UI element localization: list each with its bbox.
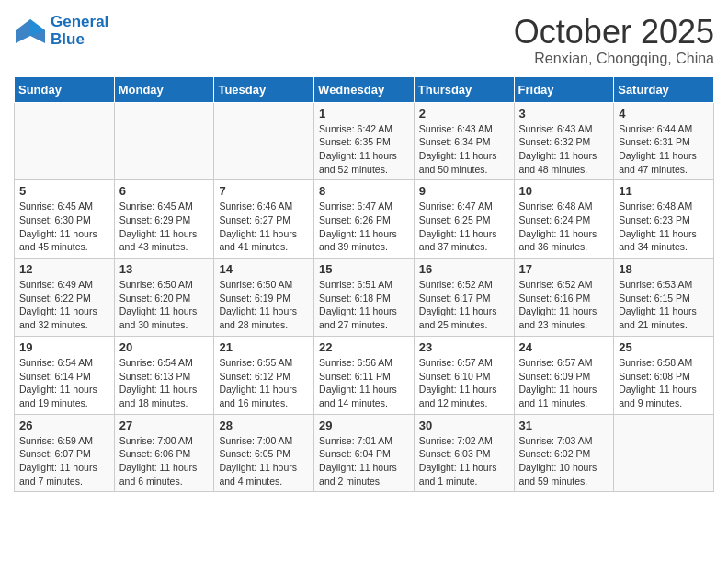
day-content: Sunrise: 6:57 AM Sunset: 6:09 PM Dayligh… (519, 356, 609, 410)
day-number: 19 (19, 340, 109, 354)
day-content: Sunrise: 6:48 AM Sunset: 6:23 PM Dayligh… (619, 200, 709, 254)
logo-icon (14, 17, 47, 45)
weekday-header-friday: Friday (514, 76, 614, 102)
page-header: General Blue October 2025 Renxian, Chong… (14, 14, 714, 67)
day-number: 7 (219, 184, 309, 198)
day-number: 14 (219, 262, 309, 276)
calendar-header-row: SundayMondayTuesdayWednesdayThursdayFrid… (15, 76, 714, 102)
weekday-header-saturday: Saturday (614, 76, 714, 102)
day-content: Sunrise: 6:48 AM Sunset: 6:24 PM Dayligh… (519, 200, 609, 254)
day-content: Sunrise: 7:01 AM Sunset: 6:04 PM Dayligh… (319, 434, 409, 488)
calendar-day-15: 15Sunrise: 6:51 AM Sunset: 6:18 PM Dayli… (314, 259, 415, 337)
day-content: Sunrise: 6:43 AM Sunset: 6:34 PM Dayligh… (419, 122, 509, 177)
day-number: 26 (19, 419, 109, 432)
calendar-day-22: 22Sunrise: 6:56 AM Sunset: 6:11 PM Dayli… (314, 336, 415, 414)
location-subtitle: Renxian, Chongqing, China (514, 51, 714, 67)
day-content: Sunrise: 7:02 AM Sunset: 6:03 PM Dayligh… (419, 434, 509, 488)
day-number: 20 (119, 340, 210, 354)
day-content: Sunrise: 7:03 AM Sunset: 6:02 PM Dayligh… (519, 434, 609, 488)
day-number: 27 (119, 419, 210, 432)
day-content: Sunrise: 6:53 AM Sunset: 6:15 PM Dayligh… (619, 278, 709, 332)
calendar-day-16: 16Sunrise: 6:52 AM Sunset: 6:17 PM Dayli… (414, 259, 514, 337)
calendar-day-29: 29Sunrise: 7:01 AM Sunset: 6:04 PM Dayli… (314, 414, 415, 492)
day-content: Sunrise: 6:49 AM Sunset: 6:22 PM Dayligh… (19, 278, 109, 332)
calendar-day-7: 7Sunrise: 6:46 AM Sunset: 6:27 PM Daylig… (214, 180, 314, 259)
day-number: 10 (519, 184, 609, 198)
calendar-day-19: 19Sunrise: 6:54 AM Sunset: 6:14 PM Dayli… (15, 336, 115, 414)
calendar-week-row: 1Sunrise: 6:42 AM Sunset: 6:35 PM Daylig… (15, 102, 714, 180)
calendar-day-25: 25Sunrise: 6:58 AM Sunset: 6:08 PM Dayli… (614, 336, 714, 414)
day-number: 13 (119, 262, 210, 276)
calendar-empty-cell (15, 102, 115, 180)
day-number: 9 (419, 184, 509, 198)
day-content: Sunrise: 6:58 AM Sunset: 6:08 PM Dayligh… (619, 356, 709, 410)
calendar-day-31: 31Sunrise: 7:03 AM Sunset: 6:02 PM Dayli… (514, 414, 614, 492)
day-content: Sunrise: 6:54 AM Sunset: 6:14 PM Dayligh… (19, 356, 109, 410)
day-number: 11 (619, 184, 709, 198)
weekday-header-wednesday: Wednesday (314, 76, 415, 102)
logo-text: General Blue (51, 14, 108, 48)
day-content: Sunrise: 6:50 AM Sunset: 6:20 PM Dayligh… (119, 278, 210, 332)
calendar-day-3: 3Sunrise: 6:43 AM Sunset: 6:32 PM Daylig… (514, 102, 614, 180)
day-number: 21 (219, 340, 309, 354)
calendar-empty-cell (614, 414, 714, 492)
calendar-day-11: 11Sunrise: 6:48 AM Sunset: 6:23 PM Dayli… (614, 180, 714, 259)
day-number: 2 (419, 107, 509, 121)
day-number: 3 (519, 107, 609, 121)
day-number: 5 (19, 184, 109, 198)
day-number: 28 (219, 419, 309, 432)
calendar-table: SundayMondayTuesdayWednesdayThursdayFrid… (14, 76, 714, 493)
calendar-week-row: 26Sunrise: 6:59 AM Sunset: 6:07 PM Dayli… (15, 414, 714, 492)
day-content: Sunrise: 6:57 AM Sunset: 6:10 PM Dayligh… (419, 356, 509, 410)
calendar-week-row: 5Sunrise: 6:45 AM Sunset: 6:30 PM Daylig… (15, 180, 714, 259)
day-content: Sunrise: 7:00 AM Sunset: 6:05 PM Dayligh… (219, 434, 309, 488)
calendar-day-4: 4Sunrise: 6:44 AM Sunset: 6:31 PM Daylig… (614, 102, 714, 180)
weekday-header-thursday: Thursday (414, 76, 514, 102)
day-content: Sunrise: 7:00 AM Sunset: 6:06 PM Dayligh… (119, 434, 210, 488)
day-content: Sunrise: 6:47 AM Sunset: 6:26 PM Dayligh… (319, 200, 409, 254)
day-number: 4 (619, 107, 709, 121)
weekday-header-tuesday: Tuesday (214, 76, 314, 102)
month-title: October 2025 (514, 14, 714, 51)
calendar-day-21: 21Sunrise: 6:55 AM Sunset: 6:12 PM Dayli… (214, 336, 314, 414)
calendar-day-8: 8Sunrise: 6:47 AM Sunset: 6:26 PM Daylig… (314, 180, 415, 259)
weekday-header-monday: Monday (114, 76, 214, 102)
day-number: 31 (519, 419, 609, 432)
day-content: Sunrise: 6:54 AM Sunset: 6:13 PM Dayligh… (119, 356, 210, 410)
day-content: Sunrise: 6:55 AM Sunset: 6:12 PM Dayligh… (219, 356, 309, 410)
day-number: 8 (319, 184, 409, 198)
day-content: Sunrise: 6:47 AM Sunset: 6:25 PM Dayligh… (419, 200, 509, 254)
calendar-day-18: 18Sunrise: 6:53 AM Sunset: 6:15 PM Dayli… (614, 259, 714, 337)
title-section: October 2025 Renxian, Chongqing, China (514, 14, 714, 67)
day-number: 23 (419, 340, 509, 354)
day-number: 16 (419, 262, 509, 276)
calendar-empty-cell (214, 102, 314, 180)
calendar-day-2: 2Sunrise: 6:43 AM Sunset: 6:34 PM Daylig… (414, 102, 514, 180)
calendar-day-20: 20Sunrise: 6:54 AM Sunset: 6:13 PM Dayli… (114, 336, 214, 414)
day-number: 15 (319, 262, 409, 276)
calendar-day-24: 24Sunrise: 6:57 AM Sunset: 6:09 PM Dayli… (514, 336, 614, 414)
calendar-day-9: 9Sunrise: 6:47 AM Sunset: 6:25 PM Daylig… (414, 180, 514, 259)
day-number: 1 (319, 107, 409, 121)
calendar-day-1: 1Sunrise: 6:42 AM Sunset: 6:35 PM Daylig… (314, 102, 415, 180)
day-number: 30 (419, 419, 509, 432)
calendar-day-30: 30Sunrise: 7:02 AM Sunset: 6:03 PM Dayli… (414, 414, 514, 492)
calendar-day-6: 6Sunrise: 6:45 AM Sunset: 6:29 PM Daylig… (114, 180, 214, 259)
day-number: 12 (19, 262, 109, 276)
day-number: 29 (319, 419, 409, 432)
day-number: 24 (519, 340, 609, 354)
day-content: Sunrise: 6:59 AM Sunset: 6:07 PM Dayligh… (19, 434, 109, 488)
logo: General Blue (14, 14, 108, 48)
day-content: Sunrise: 6:45 AM Sunset: 6:30 PM Dayligh… (19, 200, 109, 254)
calendar-day-5: 5Sunrise: 6:45 AM Sunset: 6:30 PM Daylig… (15, 180, 115, 259)
day-number: 17 (519, 262, 609, 276)
day-content: Sunrise: 6:50 AM Sunset: 6:19 PM Dayligh… (219, 278, 309, 332)
weekday-header-sunday: Sunday (15, 76, 115, 102)
day-content: Sunrise: 6:45 AM Sunset: 6:29 PM Dayligh… (119, 200, 210, 254)
day-number: 18 (619, 262, 709, 276)
day-content: Sunrise: 6:52 AM Sunset: 6:16 PM Dayligh… (519, 278, 609, 332)
day-content: Sunrise: 6:56 AM Sunset: 6:11 PM Dayligh… (319, 356, 409, 410)
day-content: Sunrise: 6:44 AM Sunset: 6:31 PM Dayligh… (619, 122, 709, 177)
calendar-week-row: 19Sunrise: 6:54 AM Sunset: 6:14 PM Dayli… (15, 336, 714, 414)
day-content: Sunrise: 6:43 AM Sunset: 6:32 PM Dayligh… (519, 122, 609, 177)
